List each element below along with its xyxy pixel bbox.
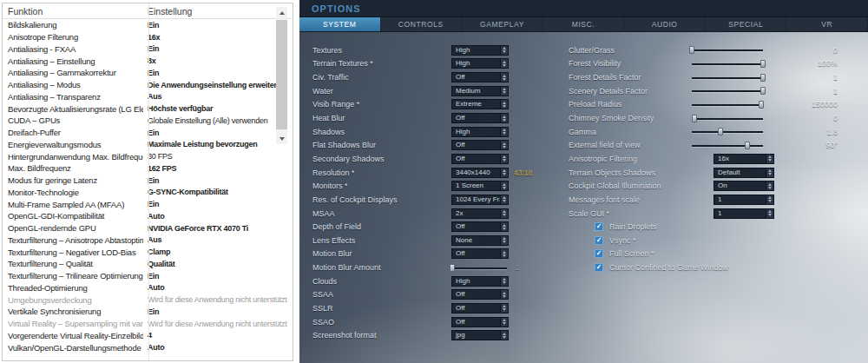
settings-row-energieverwaltungsmodus[interactable]: EnergieverwaltungsmodusMaximale Leistung… <box>3 139 293 151</box>
tab-audio[interactable]: AUDIO <box>624 17 706 31</box>
tab-gameplay[interactable]: GAMEPLAY <box>462 17 543 31</box>
slider-thumb[interactable] <box>759 101 764 109</box>
scroll-up-button[interactable] <box>276 7 287 18</box>
tab-controls[interactable]: CONTROLS <box>381 17 463 31</box>
dropdown-spinner-icon[interactable] <box>766 168 773 177</box>
dropdown-spinner-icon[interactable] <box>500 87 508 96</box>
settings-row-texturfilterung-anisotrope-abtastoptimi[interactable]: Texturfilterung – Anisotrope Abtastoptim… <box>3 234 293 247</box>
civ-traffic-dropdown[interactable]: Off <box>451 72 509 82</box>
terrain-textures-dropdown[interactable]: High <box>451 58 509 69</box>
flat-shadows-blur-dropdown[interactable]: Off <box>451 140 509 150</box>
slider-thumb[interactable] <box>450 264 455 272</box>
slider-track[interactable] <box>692 118 763 120</box>
resolution-dropdown[interactable]: 3440x1440 <box>451 168 509 178</box>
dropdown-spinner-icon[interactable] <box>766 182 773 190</box>
settings-row-antialiasing-gammakorrektur[interactable]: Antialiasing – GammakorrekturEin <box>3 67 293 79</box>
settings-row-texturfilterung-qualit-t[interactable]: Texturfilterung – QualitätQualität <box>3 258 293 270</box>
full-screen-checkbox[interactable]: ✓ <box>595 249 603 258</box>
slider-track[interactable] <box>451 267 507 269</box>
motion-blur-amount-slider[interactable] <box>451 264 507 272</box>
terrain-objects-shadows-dropdown[interactable]: Default <box>713 168 774 178</box>
settings-row-threaded-optimierung[interactable]: Threaded-OptimierungAuto <box>3 282 293 294</box>
dropdown-spinner-icon[interactable] <box>500 249 508 258</box>
slider-track[interactable] <box>692 145 763 147</box>
slider-thumb[interactable] <box>692 115 697 122</box>
slider-track[interactable] <box>692 50 763 51</box>
dropdown-spinner-icon[interactable] <box>500 182 508 190</box>
screenshot-format-dropdown[interactable]: jpg <box>451 330 509 340</box>
ssaa-dropdown[interactable]: Off <box>451 289 509 300</box>
dropdown-spinner-icon[interactable] <box>500 236 508 245</box>
settings-row-max-bildfrequenz[interactable]: Max. Bildfrequenz162 FPS <box>3 162 293 175</box>
msaa-dropdown[interactable]: 2x <box>451 208 509 219</box>
vsync-checkbox[interactable]: ✓ <box>595 236 603 245</box>
tab-misc[interactable]: MISC. <box>543 17 625 31</box>
settings-row-monitor-technologie[interactable]: Monitor-TechnologieG-SYNC-Kompatibilität <box>3 187 293 199</box>
slider-thumb[interactable] <box>760 74 766 82</box>
cockpit-global-illumination-dropdown[interactable]: On <box>713 181 774 191</box>
dropdown-spinner-icon[interactable] <box>500 73 508 82</box>
dropdown-spinner-icon[interactable] <box>500 128 508 136</box>
slider-thumb[interactable] <box>718 128 723 135</box>
dropdown-spinner-icon[interactable] <box>500 114 508 122</box>
visib-range-dropdown[interactable]: Extreme <box>451 99 509 109</box>
sslr-dropdown[interactable]: Off <box>451 303 509 314</box>
settings-row-multi-frame-sampled-aa-mfaa[interactable]: Multi-Frame Sampled AA (MFAA)Ein <box>3 198 293 210</box>
settings-row-cuda-gpus[interactable]: CUDA – GPUsGlobale Einstellung (Alle) ve… <box>3 115 293 127</box>
settings-row-opengl-rendernde-gpu[interactable]: OpenGL-rendernde GPUNVIDIA GeForce RTX 4… <box>3 222 293 234</box>
settings-row-texturfilterung-negativer-lod-bias[interactable]: Texturfilterung – Negativer LOD-BiasClam… <box>3 246 293 258</box>
monitors-dropdown[interactable]: 1 Screen <box>451 181 509 191</box>
settings-row-hintergrundanwendung-max-bildfrequenz[interactable]: Hintergrundanwendung Max. Bildfrequenz30… <box>3 150 293 162</box>
clouds-dropdown[interactable]: High <box>451 276 509 287</box>
settings-row-bildskalierung[interactable]: BildskalierungEin <box>3 19 293 31</box>
clutter-grass-slider[interactable] <box>692 46 763 54</box>
dropdown-spinner-icon[interactable] <box>500 155 508 163</box>
preload-radius-slider[interactable] <box>692 101 763 109</box>
slider-track[interactable] <box>692 90 763 92</box>
textures-dropdown[interactable]: High <box>451 45 509 56</box>
messages-font-scale-dropdown[interactable]: 1 <box>713 195 774 205</box>
cursor-confined-to-game-window-checkbox[interactable]: ✓ <box>595 263 603 272</box>
dropdown-spinner-icon[interactable] <box>766 155 773 163</box>
res-of-cockpit-displays-dropdown[interactable]: 1024 Every Frame <box>451 195 509 205</box>
dropdown-spinner-icon[interactable] <box>500 100 508 109</box>
depth-of-field-dropdown[interactable]: Off <box>451 221 509 232</box>
slider-thumb[interactable] <box>745 142 750 149</box>
slider-track[interactable] <box>692 63 763 65</box>
settings-row-opengl-gdi-kompatibilit-t[interactable]: OpenGL-GDI-KompatibilitätAuto <box>3 210 293 222</box>
slider-thumb[interactable] <box>689 46 694 54</box>
settings-row-vorgerenderte-virtual-reality-einzelbilder[interactable]: Vorgerenderte Virtual Reality-Einzelbild… <box>3 330 293 342</box>
tab-vr[interactable]: VR <box>786 17 868 31</box>
scrollbar-thumb[interactable] <box>276 20 287 129</box>
dropdown-spinner-icon[interactable] <box>500 304 508 313</box>
dropdown-spinner-icon[interactable] <box>500 331 508 340</box>
dropdown-spinner-icon[interactable] <box>500 318 508 327</box>
dropdown-spinner-icon[interactable] <box>500 209 508 218</box>
chimney-smoke-density-slider[interactable] <box>692 115 763 122</box>
settings-row-antialiasing-modus[interactable]: Antialiasing – ModusDie Anwendungseinste… <box>3 79 293 91</box>
dropdown-spinner-icon[interactable] <box>500 195 508 204</box>
settings-row-umgebungsverdeckung[interactable]: UmgebungsverdeckungWird für diese Anwend… <box>3 294 293 306</box>
dropdown-spinner-icon[interactable] <box>500 222 508 231</box>
tab-special[interactable]: SPECIAL <box>706 17 787 31</box>
slider-track[interactable] <box>692 131 763 133</box>
tab-system[interactable]: SYSTEM <box>299 17 381 31</box>
scrollbar[interactable] <box>276 7 287 144</box>
scroll-down-button[interactable] <box>276 133 287 144</box>
dropdown-spinner-icon[interactable] <box>500 168 508 177</box>
settings-row-modus-f-r-geringe-latenz[interactable]: Modus für geringe LatenzEin <box>3 175 293 187</box>
slider-thumb[interactable] <box>760 87 766 95</box>
settings-row-anisotrope-filterung[interactable]: Anisotrope Filterung16x <box>3 31 293 43</box>
settings-row-antialiasing-einstellung[interactable]: Antialiasing – Einstellung8x <box>3 55 293 67</box>
water-dropdown[interactable]: Medium <box>451 86 509 96</box>
settings-row-dreifach-puffer[interactable]: Dreifach-PufferEin <box>3 127 293 139</box>
dropdown-spinner-icon[interactable] <box>500 290 508 299</box>
ssao-dropdown[interactable]: Off <box>451 317 509 327</box>
dropdown-spinner-icon[interactable] <box>500 59 508 68</box>
settings-row-antialiasing-transparenz[interactable]: Antialiasing – TransparenzAus <box>3 91 293 103</box>
settings-row-vertikale-synchronisierung[interactable]: Vertikale SynchronisierungEin <box>3 306 293 318</box>
dropdown-spinner-icon[interactable] <box>500 46 508 55</box>
forest-details-factor-slider[interactable] <box>692 74 763 82</box>
forest-visibility-slider[interactable] <box>692 60 763 68</box>
dropdown-spinner-icon[interactable] <box>766 209 773 218</box>
